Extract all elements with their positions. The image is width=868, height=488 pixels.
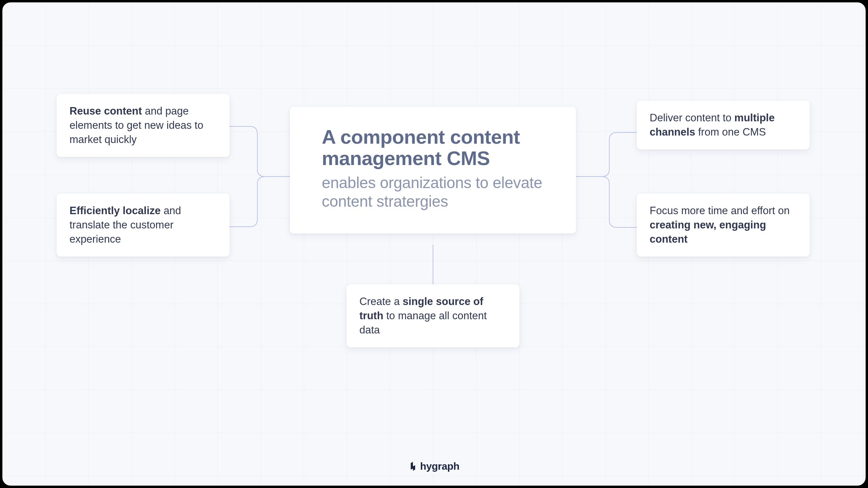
brand-name: hygraph: [420, 461, 459, 472]
center-subtitle: enables organizations to elevate content…: [322, 174, 544, 211]
node-localize: Efficiently localize and translate the c…: [57, 194, 230, 257]
brand-logo: hygraph: [409, 461, 459, 472]
connector-bottom: [432, 245, 434, 284]
node-single-source: Create a single source of truth to manag…: [347, 284, 519, 347]
connector-right: [576, 130, 637, 230]
diagram-canvas: A component content management CMS enabl…: [2, 2, 866, 486]
node-reuse-content: Reuse content and page elements to get n…: [57, 94, 230, 157]
center-node: A component content management CMS enabl…: [290, 107, 576, 233]
node-multiple-channels: Deliver content to multiple channels fro…: [637, 101, 810, 149]
center-title: A component content management CMS: [322, 126, 544, 169]
hygraph-icon: [409, 462, 417, 471]
node-engaging-content: Focus more time and effort on creating n…: [637, 194, 810, 257]
connector-left: [230, 124, 290, 229]
